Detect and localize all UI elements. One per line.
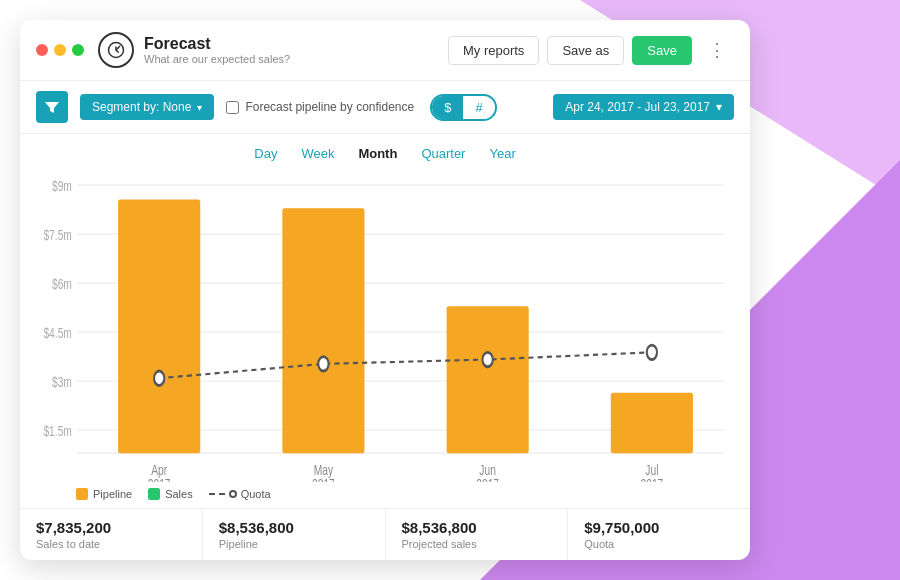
maximize-traffic-light[interactable]: [72, 44, 84, 56]
segment-dropdown[interactable]: Segment by: None ▾: [80, 94, 214, 120]
tab-month[interactable]: Month: [358, 146, 397, 161]
forecast-checkbox-label[interactable]: Forecast pipeline by confidence: [226, 100, 414, 114]
quota-dot-jun: [483, 352, 493, 366]
pipeline-legend-dot: [76, 488, 88, 500]
title-actions: My reports Save as Save ⋮: [448, 35, 734, 65]
svg-text:$4.5m: $4.5m: [43, 325, 72, 341]
chart-area: Day Week Month Quarter Year $9m $7.5m $6…: [20, 134, 750, 508]
page-title: Forecast: [144, 35, 448, 53]
save-button[interactable]: Save: [632, 36, 692, 65]
bar-chart: $9m $7.5m $6m $4.5m $3m $1.5m Apr 2017: [36, 165, 734, 482]
stat-quota: $9,750,000 Quota: [568, 509, 750, 560]
minimize-traffic-light[interactable]: [54, 44, 66, 56]
title-bar: Forecast What are our expected sales? My…: [20, 20, 750, 81]
chevron-down-icon: ▾: [716, 100, 722, 114]
svg-text:2017: 2017: [476, 477, 499, 482]
bar-apr[interactable]: [118, 200, 200, 454]
tab-year[interactable]: Year: [489, 146, 515, 161]
toolbar: Segment by: None ▾ Forecast pipeline by …: [20, 81, 750, 134]
quota-legend-dot: [229, 490, 237, 498]
close-traffic-light[interactable]: [36, 44, 48, 56]
bar-jul[interactable]: [611, 393, 693, 454]
chart-wrapper: $9m $7.5m $6m $4.5m $3m $1.5m Apr 2017: [36, 165, 734, 482]
save-as-button[interactable]: Save as: [547, 36, 624, 65]
stat-projected-sales: $8,536,800 Projected sales: [386, 509, 569, 560]
svg-text:$9m: $9m: [52, 178, 72, 194]
hash-button[interactable]: #: [463, 96, 494, 119]
chevron-down-icon: ▾: [197, 102, 202, 113]
page-subtitle: What are our expected sales?: [144, 53, 448, 65]
tab-week[interactable]: Week: [301, 146, 334, 161]
sales-legend-dot: [148, 488, 160, 500]
stat-pipeline: $8,536,800 Pipeline: [203, 509, 386, 560]
quota-legend-line: [209, 493, 225, 495]
svg-text:$6m: $6m: [52, 276, 72, 292]
stat-sales-to-date: $7,835,200 Sales to date: [20, 509, 203, 560]
stats-bar: $7,835,200 Sales to date $8,536,800 Pipe…: [20, 508, 750, 560]
svg-text:2017: 2017: [312, 477, 335, 482]
legend: Pipeline Sales Quota: [36, 482, 734, 508]
quota-dot-may: [318, 357, 328, 371]
quota-dot-jul: [647, 345, 657, 359]
currency-toggle: $ #: [430, 94, 496, 121]
tab-day[interactable]: Day: [254, 146, 277, 161]
svg-text:$1.5m: $1.5m: [43, 423, 72, 439]
time-nav: Day Week Month Quarter Year: [36, 134, 734, 165]
dollar-button[interactable]: $: [432, 96, 463, 119]
my-reports-button[interactable]: My reports: [448, 36, 539, 65]
date-range-button[interactable]: Apr 24, 2017 - Jul 23, 2017 ▾: [553, 94, 734, 120]
svg-text:2017: 2017: [640, 477, 663, 482]
legend-quota: Quota: [209, 488, 271, 500]
quota-line: [159, 352, 652, 378]
bar-may[interactable]: [282, 208, 364, 453]
legend-sales: Sales: [148, 488, 193, 500]
bar-jun[interactable]: [447, 306, 529, 453]
traffic-lights: [36, 44, 84, 56]
app-window: Forecast What are our expected sales? My…: [20, 20, 750, 560]
legend-pipeline: Pipeline: [76, 488, 132, 500]
svg-text:2017: 2017: [148, 477, 171, 482]
more-options-button[interactable]: ⋮: [700, 35, 734, 65]
quota-dot-apr: [154, 371, 164, 385]
forecast-checkbox[interactable]: [226, 101, 239, 114]
filter-button[interactable]: [36, 91, 68, 123]
title-text-group: Forecast What are our expected sales?: [144, 35, 448, 65]
svg-text:$3m: $3m: [52, 374, 72, 390]
forecast-icon: [98, 32, 134, 68]
svg-text:$7.5m: $7.5m: [43, 227, 72, 243]
tab-quarter[interactable]: Quarter: [421, 146, 465, 161]
